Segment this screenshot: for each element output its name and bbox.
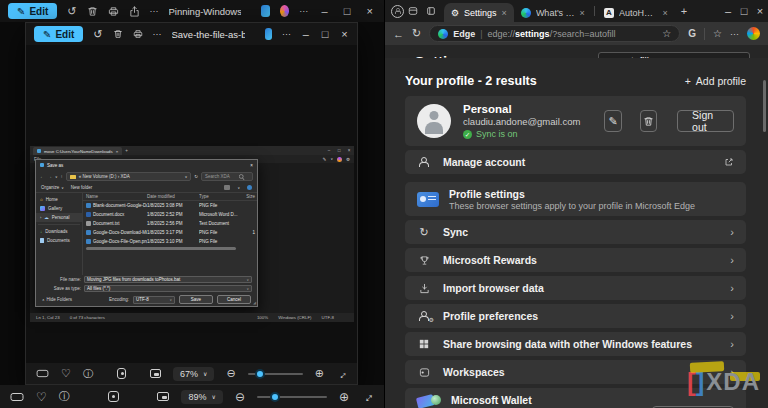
notepad-tabbar: move C:UsersYourNameDownloads × + – □ × [30, 146, 354, 155]
new-folder-button: New folder [71, 185, 93, 190]
zoom-fit-icon[interactable] [108, 391, 119, 402]
filmstrip-icon[interactable] [36, 369, 49, 378]
workspaces-icon[interactable] [408, 6, 426, 16]
sidebar-item-gallery: Gallery [48, 206, 62, 211]
print-icon[interactable] [133, 29, 143, 39]
favorites-hub-icon[interactable]: ☆ [713, 28, 722, 39]
chevron-down-icon: ∨ [185, 175, 188, 179]
rotate-icon[interactable]: ↺ [93, 29, 102, 40]
close-tab-icon[interactable]: × [502, 8, 507, 18]
zoom-slider[interactable] [248, 373, 303, 375]
results-heading: Your profile - 2 results [405, 74, 537, 88]
tab-autohotkey[interactable]: A AutoHotkey × [597, 3, 675, 22]
copilot-icon[interactable] [747, 27, 760, 40]
cursor-position: Ln 1, Col 23 [36, 315, 60, 320]
setting-row-preferences[interactable]: ⚙ Profile preferences › [405, 304, 746, 328]
zoom-slider[interactable] [257, 396, 327, 398]
dialog-toolbar: Organize ∨ New folder ∨ [36, 183, 257, 192]
zoom-in-icon[interactable]: ⊕ [315, 368, 324, 379]
delete-profile-button[interactable] [640, 110, 657, 132]
setting-row-rewards[interactable]: Microsoft Rewards › [405, 248, 746, 272]
minimize-button[interactable]: – [318, 5, 331, 17]
address-url: edge://settings/?search=autofill [488, 29, 616, 39]
setting-row-sync[interactable]: ↻ Sync › [405, 220, 746, 244]
zoom-value: 89% [188, 392, 206, 402]
manage-account-row[interactable]: Manage account [405, 150, 746, 174]
maximize-button[interactable]: □ [320, 28, 329, 40]
notepad-zoom: 100% [257, 315, 268, 320]
visual-search-icon[interactable] [261, 5, 270, 17]
wallet-icon [417, 394, 441, 408]
close-button[interactable]: × [340, 28, 349, 40]
edit-profile-button[interactable]: ✎ [604, 110, 621, 132]
print-icon[interactable] [108, 6, 119, 17]
share-icon[interactable] [129, 6, 140, 17]
photos-front-window: ✎ Edit ↺ ··· Save-the-file-as-batch-file… [25, 22, 358, 385]
more-menu-icon[interactable]: ··· [730, 29, 739, 39]
more-icon[interactable]: ··· [150, 7, 159, 16]
more-icon[interactable]: ··· [299, 7, 308, 16]
close-tab-icon[interactable]: × [663, 8, 668, 18]
xda-bracket-right: ] [696, 371, 705, 393]
close-button[interactable]: × [752, 5, 768, 17]
zoom-out-icon[interactable]: ⊖ [226, 368, 235, 379]
forward-icon: → [48, 174, 53, 179]
photos-front-title: Save-the-file-as-batch-file.png [172, 29, 246, 40]
thumbnail-preview-icon[interactable] [150, 369, 161, 378]
zoom-dropdown[interactable]: 67% ∨ [173, 367, 214, 381]
more-icon[interactable]: ··· [153, 30, 162, 39]
maximize-button[interactable]: □ [736, 5, 752, 17]
refresh-button[interactable]: ↻ [412, 27, 421, 40]
thumbnail-preview-icon[interactable] [157, 392, 169, 401]
close-tab-icon[interactable]: × [580, 8, 585, 18]
designer-icon[interactable] [280, 5, 289, 17]
address-bar[interactable]: Edge | edge://settings/?search=autofill … [429, 25, 680, 42]
tab-whats-new[interactable]: What's new in × [514, 3, 592, 22]
page-scrollbar[interactable] [763, 80, 766, 132]
delete-icon[interactable] [87, 6, 98, 17]
setting-row-import[interactable]: Import browser data › [405, 276, 746, 300]
minimize-button[interactable]: – [301, 28, 310, 40]
filmstrip-icon[interactable] [10, 392, 24, 402]
favorite-icon[interactable]: ♡ [36, 391, 47, 403]
info-icon[interactable]: ⓘ [59, 391, 70, 402]
chevron-down-icon: ∨ [330, 157, 333, 161]
close-button[interactable]: × [363, 5, 376, 17]
zoom-in-icon[interactable]: ⊕ [339, 391, 349, 403]
zoom-fit-icon[interactable] [117, 368, 126, 379]
more-icon[interactable]: ··· [282, 30, 291, 39]
browser-profile-icon[interactable] [391, 5, 404, 18]
delete-icon[interactable] [113, 29, 123, 39]
profile-settings-card[interactable]: Profile settings These browser settings … [405, 182, 746, 216]
visual-search-icon[interactable] [265, 28, 272, 40]
address-brand: Edge [453, 29, 475, 39]
close-icon: × [250, 163, 253, 168]
minimize-icon: – [324, 148, 334, 153]
tab-settings[interactable]: ⚙ Settings × [444, 3, 514, 22]
extension-g-icon[interactable]: G [688, 28, 696, 39]
row-label: Share browsing data with other Windows f… [443, 338, 692, 350]
avatar [417, 104, 451, 138]
fullscreen-icon[interactable]: ↔ [358, 387, 378, 407]
zoom-dropdown[interactable]: 89% ∨ [181, 390, 222, 404]
maximize-button[interactable]: □ [341, 5, 354, 17]
setting-row-share-windows[interactable]: Share browsing data with other Windows f… [405, 332, 746, 356]
favorite-star-icon[interactable]: ☆ [662, 28, 671, 39]
row-label: Profile preferences [443, 310, 538, 322]
add-profile-button[interactable]: + Add profile [685, 75, 746, 87]
rotate-icon[interactable]: ↺ [67, 6, 76, 17]
info-icon[interactable]: ⓘ [83, 369, 93, 379]
zoom-out-icon[interactable]: ⊖ [235, 391, 245, 403]
edit-button[interactable]: ✎ Edit [8, 3, 57, 19]
file-name-input: Moving JPG files from downloads to Photo… [84, 276, 252, 283]
new-tab-button[interactable]: + [675, 5, 693, 17]
fullscreen-icon[interactable]: ↔ [333, 365, 349, 381]
sign-out-button[interactable]: Sign out [677, 110, 734, 132]
tab-actions-icon[interactable] [426, 6, 444, 16]
cancel-button: Cancel [217, 295, 251, 304]
minimize-button[interactable]: – [720, 5, 736, 17]
favorite-icon[interactable]: ♡ [61, 368, 71, 379]
workspaces-icon [417, 367, 431, 378]
back-button[interactable]: ← [393, 28, 404, 40]
edit-button[interactable]: ✎ Edit [34, 26, 83, 42]
